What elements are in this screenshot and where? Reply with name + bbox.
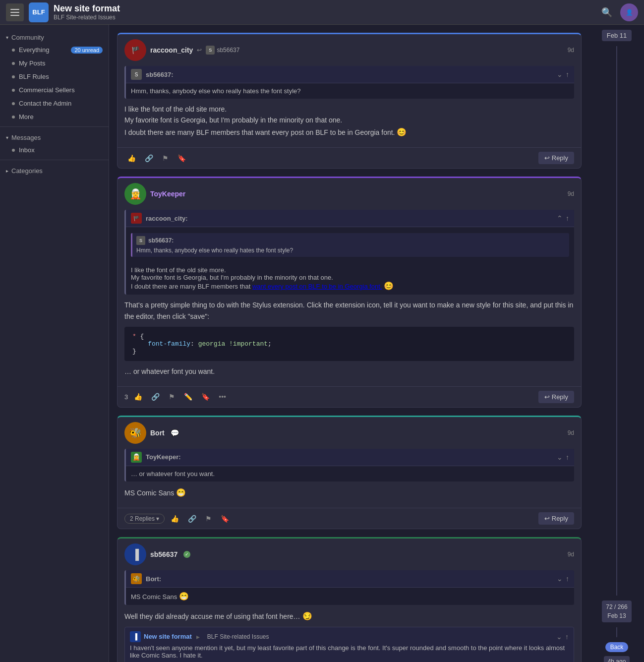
like-button[interactable]: 👍	[131, 391, 145, 403]
header-right: 🔍 👤	[599, 3, 638, 21]
post-meta: ToyKeeper 9d	[150, 190, 574, 198]
linked-post-header: ▐ New site format ▸ BLF Site-related Iss…	[130, 631, 569, 642]
quote-go-button[interactable]: ↑	[566, 453, 569, 461]
sidebar-item-everything[interactable]: Everything 20 unread	[0, 43, 109, 57]
nested-quote-avatar: S	[136, 236, 145, 245]
link-button[interactable]: 🔗	[148, 391, 163, 403]
quote-link[interactable]: want every post on BLF to be in Georgia …	[252, 283, 382, 290]
timeline-position: 72 / 266 Feb 13	[602, 601, 631, 622]
quote-controls: ⌄ ↑	[557, 575, 569, 583]
linked-post-block: ▐ New site format ▸ BLF Site-related Iss…	[124, 627, 574, 662]
linked-post-avatar: ▐	[130, 631, 141, 642]
linked-expand-button[interactable]: ⌄	[556, 633, 562, 641]
avatar: 🏴	[124, 39, 146, 61]
category-separator: ▸	[196, 633, 200, 641]
quote-expand-button[interactable]: ⌃	[557, 214, 563, 222]
linked-post-text: I haven't seen anyone mention it yet, bu…	[130, 644, 569, 659]
like-count: 3	[124, 393, 128, 401]
quote-username: ToyKeeper:	[146, 453, 181, 461]
position-date: Feb 13	[606, 611, 627, 620]
post-meta: sb56637 ✓ 9d	[150, 550, 574, 558]
linked-go-button[interactable]: ↑	[565, 633, 569, 641]
inbox-label: Inbox	[19, 146, 35, 154]
nested-quote: S sb56637: Hmm, thanks, anybody else who…	[131, 233, 569, 257]
nav-dot-icon	[12, 149, 15, 152]
categories-chevron-icon: ▸	[6, 168, 8, 174]
blf-rules-label: BLF Rules	[19, 73, 49, 80]
timeline-line-2	[616, 627, 617, 637]
site-title: New site format	[54, 3, 120, 14]
bookmark-button[interactable]: 🔖	[218, 513, 232, 525]
reply-indicator-icon: ↩	[197, 47, 202, 54]
replies-button[interactable]: 2 Replies ▾	[124, 514, 165, 524]
post-author: ToyKeeper	[150, 190, 185, 198]
community-section-header[interactable]: ▾ Community	[0, 30, 109, 43]
avatar: 🧝	[124, 183, 146, 205]
nav-dot-icon	[12, 75, 15, 78]
search-button[interactable]: 🔍	[599, 5, 614, 20]
quote-expand-button[interactable]: ⌄	[557, 453, 563, 461]
link-button[interactable]: 🔗	[185, 513, 199, 525]
sidebar-item-contact-admin[interactable]: Contact the Admin	[0, 97, 109, 110]
like-button[interactable]: 👍	[124, 152, 139, 164]
quote-go-button[interactable]: ↑	[566, 214, 569, 222]
sidebar-item-commercial-sellers[interactable]: Commercial Sellers	[0, 83, 109, 97]
replied-username: sb56637	[217, 47, 239, 54]
avatar: 🐝	[124, 422, 146, 444]
reply-button[interactable]: ↩ Reply	[538, 512, 574, 525]
quote-block: 🧝 ToyKeeper: ⌄ ↑ … or whatever font you …	[124, 449, 574, 481]
header-left: BLF New site format BLF Site-related Iss…	[6, 2, 120, 22]
user-avatar-header[interactable]: 👤	[620, 3, 638, 21]
sidebar-item-inbox[interactable]: Inbox	[0, 143, 109, 157]
linked-post-title[interactable]: New site format	[144, 633, 192, 640]
post-meta: Bort 💬 9d	[150, 429, 574, 437]
quote-content: MS Comic Sans 😁	[126, 588, 574, 605]
sidebar-item-more[interactable]: More	[0, 110, 109, 123]
sidebar: ▾ Community Everything 20 unread My Post…	[0, 25, 109, 662]
post-card: 🧝 ToyKeeper 9d 🏴 raccoon_city:	[117, 177, 582, 407]
hamburger-button[interactable]	[6, 3, 24, 21]
quote-avatar: 🐝	[131, 573, 142, 584]
quote-expand-button[interactable]: ⌄	[557, 575, 563, 583]
quote-block: S sb56637: ⌄ ↑ Hmm, thanks, anybody else…	[124, 66, 574, 99]
flag-button[interactable]: ⚑	[202, 513, 215, 525]
main-layout: ▾ Community Everything 20 unread My Post…	[0, 25, 644, 662]
categories-section-header[interactable]: ▸ Categories	[0, 163, 109, 177]
nav-dot-icon	[12, 116, 15, 119]
quote-expand-button[interactable]: ⌄	[557, 70, 563, 78]
reply-button[interactable]: ↩ Reply	[538, 152, 574, 164]
sidebar-item-my-posts[interactable]: My Posts	[0, 57, 109, 70]
more-button[interactable]: •••	[216, 391, 229, 403]
timeline-line	[616, 46, 617, 596]
quote-go-button[interactable]: ↑	[566, 70, 569, 78]
bookmark-button[interactable]: 🔖	[198, 391, 213, 403]
post-body: 🐝 Bort: ⌄ ↑ MS Comic Sans 😁 Well they di…	[117, 570, 581, 662]
post-actions: 2 Replies ▾ 👍 🔗 ⚑ 🔖 ↩ Reply	[117, 508, 581, 529]
post-author: sb56637	[150, 550, 177, 558]
post-text-after: … or whatever font you want.	[124, 366, 574, 377]
link-button[interactable]: 🔗	[142, 152, 156, 164]
bookmark-button[interactable]: 🔖	[175, 152, 189, 164]
sidebar-item-blf-rules[interactable]: BLF Rules	[0, 70, 109, 83]
post-text: Well they did already accuse me of using…	[124, 610, 574, 623]
back-button[interactable]: Back	[605, 642, 629, 652]
nav-dot-icon	[12, 102, 15, 105]
quote-avatar: 🧝	[131, 452, 142, 463]
like-button[interactable]: 👍	[168, 513, 182, 525]
quote-content: … or whatever font you want.	[126, 466, 574, 481]
messages-section-header[interactable]: ▾ Messages	[0, 130, 109, 143]
nested-quote-text: Hmm, thanks, anybody else who really hat…	[136, 247, 565, 254]
quote-controls: ⌄ ↑	[557, 453, 569, 461]
post-author: raccoon_city	[150, 46, 193, 54]
timeline-ago: 4h ago	[604, 656, 630, 662]
flag-button[interactable]: ⚑	[166, 391, 178, 403]
flag-button[interactable]: ⚑	[159, 152, 172, 164]
quote-header: 🧝 ToyKeeper: ⌄ ↑	[126, 449, 574, 466]
site-subtitle: BLF Site-related Issues	[54, 14, 120, 21]
post-body: 🏴 raccoon_city: ⌃ ↑ S sb56637:	[117, 210, 581, 386]
position-fraction: 72 / 266	[606, 602, 627, 611]
reply-button[interactable]: ↩ Reply	[538, 391, 574, 403]
quote-username: raccoon_city:	[146, 215, 188, 222]
quote-go-button[interactable]: ↑	[566, 575, 569, 583]
edit-button[interactable]: ✏️	[181, 391, 195, 403]
